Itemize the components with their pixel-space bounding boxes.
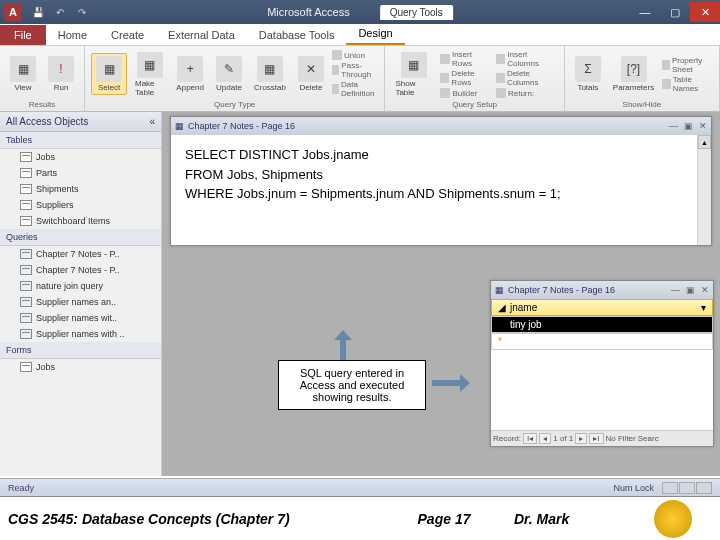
data-row[interactable]: tiny job — [491, 316, 713, 333]
datasheet-grid[interactable]: ◢ jname ▾ tiny job * — [491, 299, 713, 430]
query-icon: ▦ — [495, 285, 504, 295]
doc-restore-icon[interactable]: ▣ — [686, 285, 695, 295]
nav-item[interactable]: Parts — [0, 165, 161, 181]
prev-record-button[interactable]: ◂ — [539, 433, 551, 444]
nav-item[interactable]: Chapter 7 Notes - P.. — [0, 262, 161, 278]
append-button[interactable]: +Append — [172, 54, 208, 94]
nav-item[interactable]: Shipments — [0, 181, 161, 197]
delete-rows-icon — [440, 73, 449, 83]
vertical-scrollbar[interactable]: ▲ — [697, 135, 711, 245]
parameters-icon: [?] — [621, 56, 647, 82]
navsection-queries[interactable]: Queries — [0, 229, 161, 246]
insert-rows-button[interactable]: Insert Rows — [440, 50, 492, 68]
nav-item[interactable]: Supplier names an.. — [0, 294, 161, 310]
run-button[interactable]: !Run — [44, 54, 78, 94]
delete-icon: ✕ — [298, 56, 324, 82]
dropdown-icon[interactable]: ▾ — [701, 302, 706, 313]
table-icon — [20, 152, 32, 162]
update-button[interactable]: ✎Update — [212, 54, 246, 94]
make-table-icon: ▦ — [137, 52, 163, 78]
navpane-header[interactable]: All Access Objects « — [0, 112, 161, 132]
save-icon[interactable]: 💾 — [30, 4, 46, 20]
select-button[interactable]: ▦Select — [91, 53, 127, 95]
insert-cols-button[interactable]: Insert Columns — [496, 50, 558, 68]
record-position: 1 of 1 — [553, 434, 573, 443]
last-record-button[interactable]: ▸I — [589, 433, 603, 444]
union-button[interactable]: Union — [332, 50, 378, 60]
nav-item[interactable]: Switchboard Items — [0, 213, 161, 229]
query-icon: ▦ — [175, 121, 184, 131]
chevron-left-icon[interactable]: « — [149, 116, 155, 127]
doc-restore-icon[interactable]: ▣ — [684, 121, 693, 131]
redo-icon[interactable]: ↷ — [74, 4, 90, 20]
navsection-tables[interactable]: Tables — [0, 132, 161, 149]
sql-view-button[interactable] — [679, 482, 695, 494]
arrow-right-icon — [432, 372, 470, 394]
scroll-up-icon[interactable]: ▲ — [698, 135, 711, 149]
sql-editor[interactable]: SELECT DISTINCT Jobs.jname FROM Jobs, Sh… — [171, 135, 711, 215]
datadef-icon — [332, 84, 339, 94]
ribbon-group-results: ▦View !Run Results — [0, 46, 85, 111]
nav-item[interactable]: Jobs — [0, 149, 161, 165]
tab-create[interactable]: Create — [99, 25, 156, 45]
nav-item[interactable]: Jobs — [0, 359, 161, 375]
datadef-button[interactable]: Data Definition — [332, 80, 378, 98]
close-button[interactable]: ✕ — [690, 2, 720, 22]
navigation-pane: All Access Objects « Tables JobsPartsShi… — [0, 112, 162, 476]
table-icon — [20, 200, 32, 210]
passthrough-button[interactable]: Pass-Through — [332, 61, 378, 79]
quick-access-toolbar: 💾 ↶ ↷ — [30, 4, 90, 20]
property-sheet-button[interactable]: Property Sheet — [662, 56, 713, 74]
nav-item[interactable]: Supplier names wit.. — [0, 310, 161, 326]
delete-rows-button[interactable]: Delete Rows — [440, 69, 492, 87]
search-label[interactable]: Searc — [638, 434, 659, 443]
footer-page: Page 17 — [374, 511, 514, 527]
column-header[interactable]: ◢ jname ▾ — [491, 299, 713, 316]
doc-minimize-icon[interactable]: — — [669, 121, 678, 131]
table-icon — [20, 297, 32, 307]
tab-database-tools[interactable]: Database Tools — [247, 25, 347, 45]
parameters-button[interactable]: [?]Parameters — [609, 54, 658, 94]
property-sheet-icon — [662, 60, 670, 70]
minimize-button[interactable]: — — [630, 2, 660, 22]
result-title: Chapter 7 Notes - Page 16 — [508, 285, 615, 295]
design-view-button[interactable] — [696, 482, 712, 494]
doc-title: Chapter 7 Notes - Page 16 — [188, 121, 295, 131]
show-table-button[interactable]: ▦Show Table — [391, 50, 436, 99]
crosstab-button[interactable]: ▦Crosstab — [250, 54, 290, 94]
delete-button[interactable]: ✕Delete — [294, 54, 328, 94]
table-icon — [20, 281, 32, 291]
nav-item[interactable]: Supplier names with .. — [0, 326, 161, 342]
tab-external-data[interactable]: External Data — [156, 25, 247, 45]
maximize-button[interactable]: ▢ — [660, 2, 690, 22]
doc-close-icon[interactable]: ✕ — [701, 285, 709, 295]
view-button[interactable]: ▦View — [6, 54, 40, 94]
nav-item[interactable]: nature join query — [0, 278, 161, 294]
new-row[interactable]: * — [491, 333, 713, 350]
nav-item[interactable]: Suppliers — [0, 197, 161, 213]
builder-button[interactable]: Builder — [440, 88, 492, 98]
tab-home[interactable]: Home — [46, 25, 99, 45]
totals-button[interactable]: ΣTotals — [571, 54, 605, 94]
record-navigator: Record: I◂ ◂ 1 of 1 ▸ ▸I No Filter Searc — [491, 430, 713, 446]
table-icon — [20, 265, 32, 275]
undo-icon[interactable]: ↶ — [52, 4, 68, 20]
make-table-button[interactable]: ▦Make Table — [131, 50, 168, 99]
table-icon — [20, 168, 32, 178]
tab-design[interactable]: Design — [346, 23, 404, 45]
next-record-button[interactable]: ▸ — [575, 433, 587, 444]
first-record-button[interactable]: I◂ — [523, 433, 537, 444]
table-names-button[interactable]: Table Names — [662, 75, 713, 93]
delete-cols-button[interactable]: Delete Columns — [496, 69, 558, 87]
document-canvas: ▦ Chapter 7 Notes - Page 16 — ▣ ✕ SELECT… — [162, 112, 720, 476]
nav-item[interactable]: Chapter 7 Notes - P.. — [0, 246, 161, 262]
table-icon — [20, 313, 32, 323]
doc-minimize-icon[interactable]: — — [671, 285, 680, 295]
navsection-forms[interactable]: Forms — [0, 342, 161, 359]
tab-file[interactable]: File — [0, 25, 46, 45]
doc-close-icon[interactable]: ✕ — [699, 121, 707, 131]
table-icon — [20, 329, 32, 339]
return-button[interactable]: Return: — [496, 88, 558, 98]
datasheet-view-button[interactable] — [662, 482, 678, 494]
view-icon: ▦ — [10, 56, 36, 82]
